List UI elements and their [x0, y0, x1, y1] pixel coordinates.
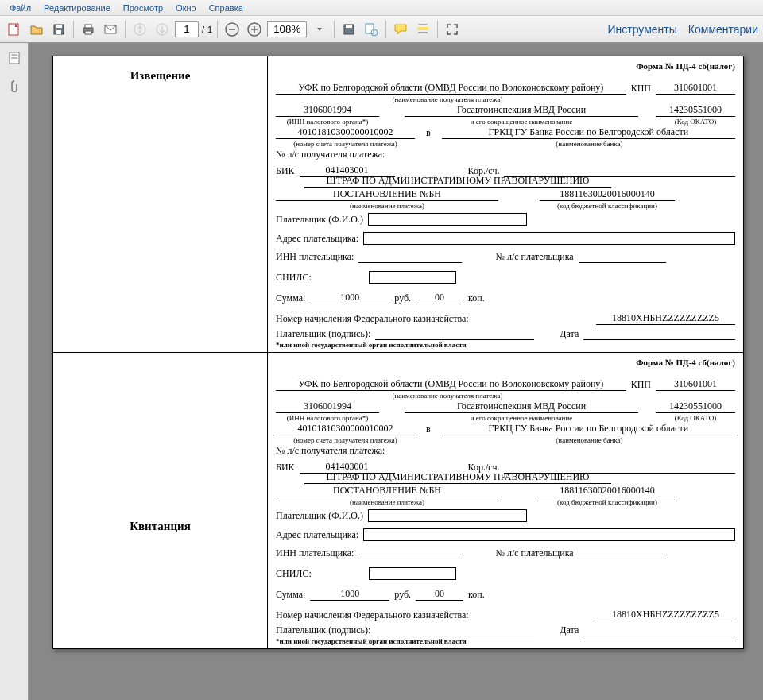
page-down-icon[interactable]: [153, 20, 172, 39]
date-label: Дата: [560, 328, 579, 340]
email-icon[interactable]: [101, 20, 120, 39]
footnote: *или иной государственный орган исполнит…: [276, 341, 735, 349]
open-icon[interactable]: [27, 20, 46, 39]
menu-edit[interactable]: Редактирование: [37, 2, 117, 14]
bank-value-2: ГРКЦ ГУ Банка России по Белгородской обл…: [442, 423, 735, 435]
rub-label: руб.: [394, 292, 411, 304]
snils-label: СНИЛС:: [276, 272, 312, 284]
document-area[interactable]: Извещение Форма № ПД-4 сб(налог) УФК по …: [29, 43, 763, 700]
sign-label-2: Плательщик (подпись):: [276, 625, 370, 636]
bank-caption-2: (наименование банка): [443, 436, 735, 444]
bik-label: БИК: [276, 165, 295, 177]
svg-rect-6: [85, 31, 91, 34]
recipient-value: УФК по Белгородской области (ОМВД России…: [276, 82, 626, 95]
save-copy-icon[interactable]: [339, 20, 358, 39]
sign-label: Плательщик (подпись):: [276, 328, 370, 340]
kop-label-2: коп.: [468, 589, 485, 601]
section-title-notification: Извещение: [53, 56, 268, 353]
payer-inn-label-2: ИНН плательщика:: [276, 547, 354, 559]
svg-rect-19: [417, 27, 428, 30]
kbk-caption-2: (код бюджетной классификации): [540, 498, 675, 506]
svg-rect-16: [346, 25, 352, 28]
kpp-label-2: КПП: [631, 379, 651, 391]
save-icon[interactable]: [49, 20, 68, 39]
payer-ls-label: № л/с плательщика: [495, 251, 573, 263]
ls-recipient-label-2: № л/с получателя платежа:: [276, 445, 385, 457]
comments-panel-button[interactable]: Комментарии: [688, 23, 758, 36]
print-icon[interactable]: [79, 20, 98, 39]
kbk-value: 18811630020016000140: [540, 188, 675, 201]
payer-ls-label-2: № л/с плательщика: [495, 547, 573, 559]
comment-icon[interactable]: [391, 20, 410, 39]
payer-inn-value: [358, 251, 462, 263]
zoom-in-icon[interactable]: [245, 20, 264, 39]
date-label-2: Дата: [560, 625, 579, 636]
okato-value-2: 14230551000: [656, 400, 735, 413]
bik-label-2: БИК: [276, 462, 295, 474]
sum-kop-value-2: 00: [416, 588, 463, 601]
gai-caption-2: и его сокращенное наименование: [405, 414, 638, 422]
thumbnails-icon[interactable]: [4, 48, 25, 68]
recipient-value-2: УФК по Белгородской области (ОМВД России…: [276, 378, 626, 391]
convert-icon[interactable]: [362, 20, 381, 39]
snils-label-2: СНИЛС:: [276, 568, 312, 580]
attachments-icon[interactable]: [4, 76, 25, 97]
menu-file[interactable]: Файл: [3, 2, 37, 14]
kpp-label: КПП: [631, 83, 651, 95]
gai-caption: и его сокращенное наименование: [405, 118, 638, 126]
accrual-value: 18810ХНБНZZZZZZZZZ5: [596, 312, 735, 325]
tools-panel-button[interactable]: Инструменты: [608, 23, 677, 36]
menu-window[interactable]: Окно: [169, 2, 203, 14]
payer-addr-label-2: Адрес плательщика:: [276, 529, 358, 541]
zoom-input[interactable]: [267, 21, 307, 37]
purpose1: ШТРАФ ПО АДМИНИСТРАТИВНОМУ ПРАВОНАРУШЕНИ…: [304, 175, 611, 188]
account-caption-2: (номер счета получателя платежа): [276, 436, 415, 444]
okato-caption-2: (Код ОКАТО): [656, 414, 735, 422]
inn-value-2: 3106001994: [276, 400, 379, 413]
date-value: [583, 328, 735, 340]
page-up-icon[interactable]: [130, 20, 149, 39]
menu-view[interactable]: Просмотр: [117, 2, 169, 14]
okato-value: 14230551000: [656, 104, 735, 117]
create-pdf-icon[interactable]: [5, 20, 24, 39]
kpp-value: 310601001: [656, 82, 735, 95]
zoom-out-icon[interactable]: [223, 20, 242, 39]
ls-recipient-label: № л/с получателя платежа:: [276, 149, 385, 160]
inn-caption-2: (ИНН налогового органа*): [276, 414, 379, 422]
payer-fio-label: Плательщик (Ф.И.О.): [276, 214, 363, 226]
purpose2: ПОСТАНОВЛЕНИЕ №БН: [276, 188, 498, 201]
sidebar: [0, 43, 29, 700]
svg-rect-0: [9, 24, 18, 35]
page-sep: /: [202, 25, 204, 34]
menu-bar: Файл Редактирование Просмотр Окно Справк…: [0, 0, 763, 16]
purpose-caption: (наименование платежа): [276, 202, 498, 210]
payer-inn-value-2: [358, 547, 462, 559]
svg-rect-17: [366, 24, 374, 33]
form-section-2: Форма № ПД-4 сб(налог) УФК по Белгородск…: [268, 353, 744, 649]
zoom-dropdown-icon[interactable]: [310, 20, 329, 39]
svg-rect-3: [56, 30, 61, 34]
kbk-value-2: 18811630020016000140: [540, 485, 675, 497]
toolbar: / 1 Инструменты Комментарии: [0, 16, 763, 43]
sum-label-2: Сумма:: [276, 589, 305, 601]
account-caption: (номер счета получателя платежа): [276, 140, 415, 148]
in-label: в: [420, 127, 437, 139]
purpose-caption-2: (наименование платежа): [276, 498, 498, 506]
highlight-icon[interactable]: [413, 20, 432, 39]
sign-value: [375, 328, 534, 340]
fullscreen-icon[interactable]: [443, 20, 462, 39]
pdf-page: Извещение Форма № ПД-4 сб(налог) УФК по …: [52, 56, 744, 649]
payer-addr-box-2: [363, 528, 735, 541]
accrual-label: Номер начисления Федерального казначейст…: [276, 313, 469, 325]
kbk-caption: (код бюджетной классификации): [540, 202, 675, 210]
page-number-input[interactable]: [175, 21, 199, 37]
svg-rect-2: [56, 25, 62, 28]
form-section-1: Форма № ПД-4 сб(налог) УФК по Белгородск…: [268, 56, 744, 353]
payer-ls-value-2: [579, 547, 666, 559]
menu-help[interactable]: Справка: [203, 2, 250, 14]
payer-addr-box: [363, 232, 735, 245]
section-title-receipt: Квитанция: [53, 353, 268, 649]
gai-value-2: Госавтоинспекция МВД России: [405, 400, 638, 413]
date-value-2: [583, 625, 735, 636]
inn-value: 3106001994: [276, 104, 379, 117]
